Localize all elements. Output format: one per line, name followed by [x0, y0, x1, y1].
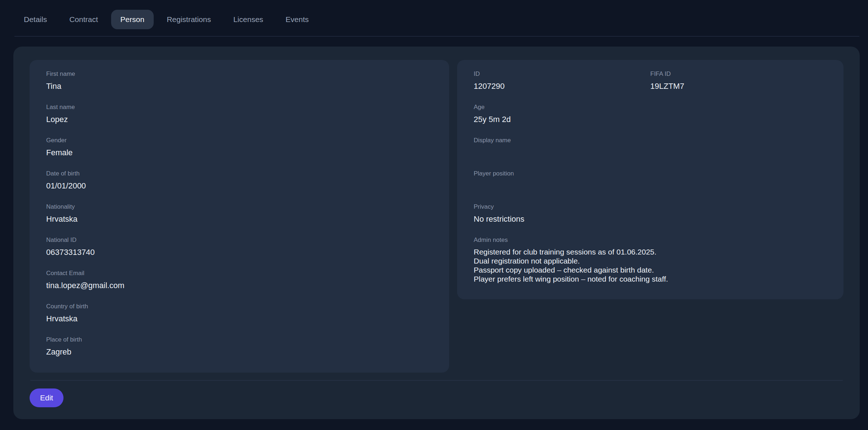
field-value: Female	[46, 148, 433, 158]
field-gender: Gender Female	[46, 136, 433, 158]
admin-notes-line: Registered for club training sessions as…	[474, 247, 827, 256]
field-value: Tina	[46, 81, 433, 91]
field-label: Place of birth	[46, 336, 433, 344]
tab-registrations[interactable]: Registrations	[157, 10, 220, 29]
field-label: National ID	[46, 236, 433, 244]
field-fifa-id: FIFA ID 19LZTM7	[650, 70, 827, 91]
field-privacy: Privacy No restrictions	[474, 203, 827, 224]
field-national-id: National ID 06373313740	[46, 236, 433, 257]
field-value	[474, 148, 827, 158]
admin-notes-line: Passport copy uploaded – checked against…	[474, 265, 827, 274]
field-value: 19LZTM7	[650, 81, 827, 91]
field-label: Privacy	[474, 203, 827, 211]
admin-notes-line: Dual registration not applicable.	[474, 256, 827, 265]
field-value: 01/01/2000	[46, 181, 433, 191]
field-label: Age	[474, 103, 827, 111]
tab-contract[interactable]: Contract	[60, 10, 107, 29]
field-id: ID 1207290	[474, 70, 650, 91]
field-contact-email: Contact Email tina.lopez@gmail.com	[46, 269, 433, 291]
field-first-name: First name Tina	[46, 70, 433, 91]
field-admin-notes: Admin notes Registered for club training…	[474, 236, 827, 283]
field-player-position: Player position	[474, 170, 827, 191]
field-value: Zagreb	[46, 347, 433, 357]
field-label: ID	[474, 70, 650, 78]
field-label: Contact Email	[46, 269, 433, 277]
tab-events[interactable]: Events	[276, 10, 318, 29]
field-label: Gender	[46, 136, 433, 144]
field-age: Age 25y 5m 2d	[474, 103, 827, 125]
field-display-name: Display name	[474, 136, 827, 158]
field-label: Display name	[474, 136, 827, 144]
field-value: No restrictions	[474, 214, 827, 224]
field-label: First name	[46, 70, 433, 78]
field-country-of-birth: Country of birth Hrvatska	[46, 303, 433, 324]
tab-person[interactable]: Person	[111, 10, 154, 29]
system-info-panel: ID 1207290 FIFA ID 19LZTM7 Age 25y 5m 2d…	[457, 60, 843, 299]
edit-button[interactable]: Edit	[30, 388, 63, 407]
field-last-name: Last name Lopez	[46, 103, 433, 125]
person-card: First name Tina Last name Lopez Gender F…	[13, 47, 860, 419]
panels-container: First name Tina Last name Lopez Gender F…	[30, 60, 843, 373]
field-value: Lopez	[46, 114, 433, 125]
field-label: Last name	[46, 103, 433, 111]
field-value: 25y 5m 2d	[474, 114, 827, 125]
footer-divider	[30, 380, 843, 381]
field-date-of-birth: Date of birth 01/01/2000	[46, 170, 433, 191]
tab-details[interactable]: Details	[14, 10, 56, 29]
field-label: Player position	[474, 170, 827, 178]
id-row: ID 1207290 FIFA ID 19LZTM7	[474, 70, 827, 103]
tab-bar: Details Contract Person Registrations Li…	[14, 0, 859, 36]
tab-licenses[interactable]: Licenses	[224, 10, 273, 29]
field-label: FIFA ID	[650, 70, 827, 78]
field-value: 06373313740	[46, 247, 433, 257]
field-value: tina.lopez@gmail.com	[46, 281, 433, 291]
field-label: Country of birth	[46, 303, 433, 310]
admin-notes-line: Player prefers left wing position – note…	[474, 274, 827, 283]
field-label: Admin notes	[474, 236, 827, 244]
field-place-of-birth: Place of birth Zagreb	[46, 336, 433, 357]
field-label: Nationality	[46, 203, 433, 211]
field-value: Hrvatska	[46, 214, 433, 224]
field-value	[474, 181, 827, 191]
personal-info-panel: First name Tina Last name Lopez Gender F…	[30, 60, 449, 373]
field-value: Hrvatska	[46, 314, 433, 324]
field-value: 1207290	[474, 81, 650, 91]
field-nationality: Nationality Hrvatska	[46, 203, 433, 224]
field-label: Date of birth	[46, 170, 433, 178]
